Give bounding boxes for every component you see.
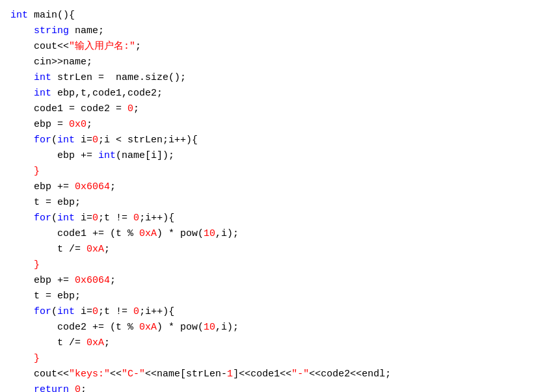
code-line: int strLen = name.size();: [10, 70, 535, 86]
code-line: code2 += (t % 0xA) * pow(10,i);: [10, 320, 535, 335]
code-line: return 0;: [10, 382, 535, 392]
code-line: cin>>name;: [10, 55, 535, 70]
code-line: string name;: [10, 23, 535, 39]
code-line: t /= 0xA;: [10, 242, 535, 257]
code-line: ebp += int(name[i]);: [10, 148, 535, 164]
code-line: for(int i=0;t != 0;i++){: [10, 304, 535, 320]
code-block: int main(){ string name; cout<<"输入用户名:";…: [0, 5, 545, 392]
code-line: cout<<"输入用户名:";: [10, 39, 535, 55]
code-line: code1 = code2 = 0;: [10, 101, 535, 117]
code-line: for(int i=0;i < strLen;i++){: [10, 133, 535, 148]
code-line: ebp = 0x0;: [10, 117, 535, 133]
code-line: int ebp,t,code1,code2;: [10, 86, 535, 101]
code-line: ebp += 0x6064;: [10, 179, 535, 195]
code-line: cout<<"keys:"<<"C-"<<name[strLen-1]<<cod…: [10, 367, 535, 382]
code-line: t = ebp;: [10, 195, 535, 211]
code-line: int main(){: [10, 8, 535, 23]
code-line: code1 += (t % 0xA) * pow(10,i);: [10, 226, 535, 242]
code-container: int main(){ string name; cout<<"输入用户名:";…: [0, 0, 545, 392]
code-line: for(int i=0;t != 0;i++){: [10, 211, 535, 226]
code-line: t /= 0xA;: [10, 335, 535, 351]
code-line: }: [10, 351, 535, 367]
code-line: ebp += 0x6064;: [10, 273, 535, 289]
code-line: }: [10, 164, 535, 179]
code-line: t = ebp;: [10, 289, 535, 304]
code-line: }: [10, 257, 535, 273]
